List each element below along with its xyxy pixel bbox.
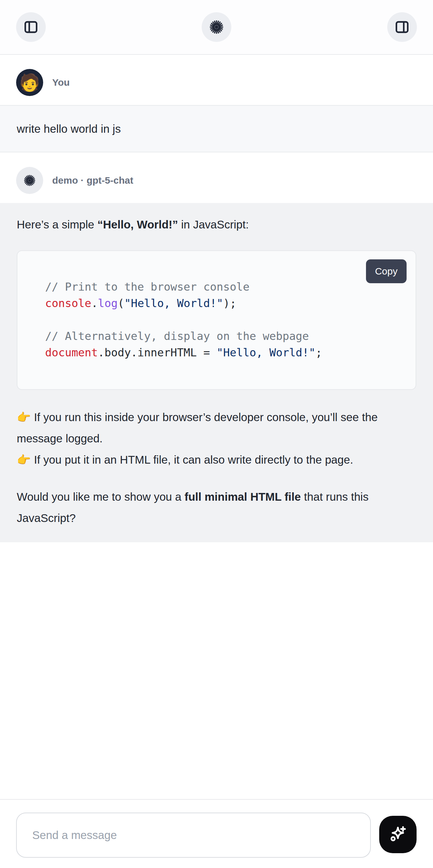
user-avatar-emoji: 🧑 [19,74,40,91]
chat-screen: 🧑 You write hello world in js [0,0,433,868]
intro-text-post: in JavaScript: [178,218,249,231]
code-token: log [98,297,118,310]
question-text-bold: full minimal HTML file [185,490,301,503]
send-button[interactable] [379,816,416,853]
code-comment: // Alternatively, display on the webpage [45,330,309,342]
code-token: .body.innerHTML = [98,346,216,359]
sidebar-toggle-button[interactable] [16,12,46,42]
model-logo-button[interactable] [202,12,231,42]
code-token: console [45,297,91,310]
panel-left-icon [23,19,39,35]
code-token: "Hello, World!" [124,297,223,310]
code-token: "Hello, World!" [216,346,315,359]
user-message: write hello world in js [0,105,433,152]
code-token: ); [223,297,237,310]
assistant-message-header: demo · gpt-5-chat [0,152,433,203]
composer-bar [0,799,433,868]
assistant-message: Here’s a simple “Hello, World!” in JavaS… [0,203,433,542]
code-token: ( [118,297,124,310]
code-comment: // Print to the browser console [45,280,250,293]
user-message-header: 🧑 You [0,55,433,105]
right-panel-toggle-button[interactable] [387,12,417,42]
user-sender-name: You [52,77,70,88]
user-avatar: 🧑 [16,69,43,96]
tips-line-2: 👉 If you put it in an HTML file, it can … [17,453,353,466]
intro-text-bold: “Hello, World!” [97,218,178,231]
panel-right-icon [394,19,410,35]
assistant-avatar [16,167,43,194]
starburst-icon [24,174,36,187]
code-content: // Print to the browser console console.… [18,251,415,389]
assistant-sender-name: demo · gpt-5-chat [52,175,133,186]
message-input[interactable] [16,813,371,858]
intro-text-pre: Here’s a simple [17,218,97,231]
starburst-icon [209,20,224,34]
sparkles-icon [387,824,408,845]
assistant-question-text: Would you like me to show you a full min… [17,486,416,529]
copy-button[interactable]: Copy [366,259,407,283]
user-message-text: write hello world in js [17,122,121,135]
question-text-pre: Would you like me to show you a [17,490,185,503]
chat-empty-area [0,542,433,799]
code-block: Copy // Print to the browser console con… [17,250,416,390]
code-token: ; [315,346,322,359]
code-token: document [45,346,98,359]
assistant-tips-text: 👉 If you run this inside your browser’s … [17,407,416,470]
top-bar [0,0,433,55]
assistant-intro-text: Here’s a simple “Hello, World!” in JavaS… [17,214,416,235]
code-token: . [91,297,98,310]
tips-line-1: 👉 If you run this inside your browser’s … [17,411,378,445]
